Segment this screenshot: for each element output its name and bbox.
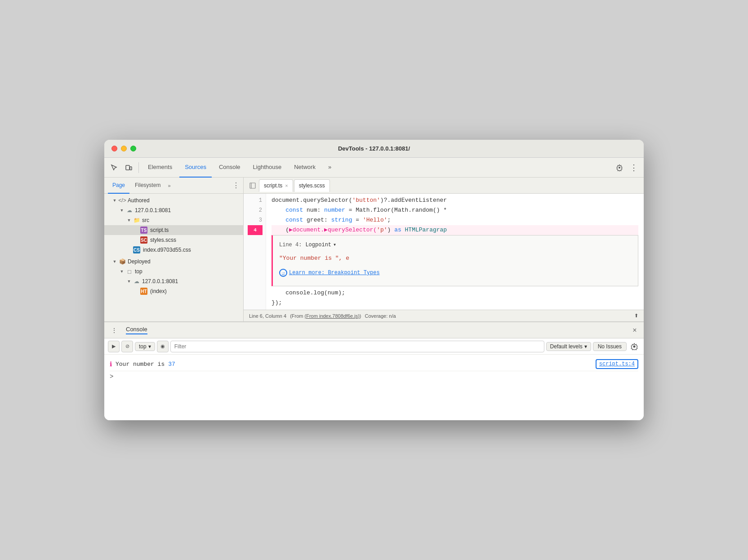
code-line-5-text: console.log(num); bbox=[272, 288, 345, 298]
breakpoint-marker: 4 bbox=[248, 225, 263, 235]
editor-sidebar-icon[interactable] bbox=[247, 180, 258, 191]
top-label: top bbox=[139, 343, 147, 350]
tab-filesystem[interactable]: Filesystem bbox=[130, 178, 165, 194]
arrow-server-authored: ▼ bbox=[119, 207, 125, 213]
editor-tab-styles-scss-label: styles.scss bbox=[299, 182, 325, 189]
cloud-icon-deployed: ☁ bbox=[133, 278, 140, 285]
status-coverage: Coverage: n/a bbox=[365, 313, 396, 319]
tree-script-ts-label: script.ts bbox=[150, 227, 169, 233]
more-button[interactable]: ⋮ bbox=[628, 161, 640, 174]
logpoint-dropdown[interactable]: Logpoint ▾ bbox=[305, 240, 336, 250]
default-levels-btn[interactable]: Default levels ▾ bbox=[546, 342, 591, 351]
tab-elements[interactable]: Elements bbox=[142, 158, 178, 178]
tree-server-authored[interactable]: ▼ ☁ 127.0.0.1:8081 bbox=[104, 205, 243, 215]
console-filter-input[interactable] bbox=[170, 341, 544, 352]
line-num-4[interactable]: 4 bbox=[247, 225, 262, 235]
arrow-top: ▼ bbox=[119, 268, 125, 275]
svg-point-5 bbox=[633, 345, 636, 347]
top-dropdown[interactable]: top ▾ bbox=[135, 342, 155, 351]
source-file-link[interactable]: (From index.7808df6e.js) bbox=[305, 313, 360, 319]
info-icon: → bbox=[279, 269, 287, 277]
tree-server-authored-label: 127.0.0.1:8081 bbox=[135, 207, 171, 213]
no-issues-label: No Issues bbox=[598, 343, 622, 350]
console-header: ⋮ Console × bbox=[104, 322, 644, 338]
tab-page[interactable]: Page bbox=[108, 178, 129, 194]
left-panel: Page Filesystem » ⋮ ▼ </> Authored ▼ bbox=[104, 178, 244, 321]
tree-server-deployed[interactable]: ▼ ☁ 127.0.0.1:8081 bbox=[104, 276, 243, 286]
right-panel: script.ts × styles.scss 1 2 3 bbox=[244, 178, 644, 321]
toolbar-divider-1 bbox=[138, 162, 139, 173]
panel-options[interactable]: ⋮ bbox=[232, 181, 240, 190]
scss-icon: SC bbox=[140, 236, 147, 244]
editor-tab-script-ts[interactable]: script.ts × bbox=[259, 179, 293, 192]
console-toolbar: ▶ ⊘ top ▾ ◉ Default levels ▾ No Issues bbox=[104, 338, 644, 355]
format-icon[interactable]: ⬆ bbox=[634, 313, 638, 319]
status-position: Line 6, Column 4 bbox=[249, 313, 286, 319]
console-gear-btn[interactable] bbox=[628, 341, 640, 352]
svg-rect-0 bbox=[126, 165, 129, 170]
traffic-lights bbox=[111, 146, 136, 151]
console-dots[interactable]: ⋮ bbox=[108, 324, 120, 337]
logpoint-line: Line 4: bbox=[279, 240, 302, 250]
block-icon: ⊘ bbox=[125, 343, 129, 349]
tree-src[interactable]: ▼ 📁 src bbox=[104, 215, 243, 225]
code-lines: 1 2 3 4 document. bbox=[244, 194, 644, 310]
tree-deployed[interactable]: ▼ 📦 Deployed bbox=[104, 257, 243, 267]
console-close-button[interactable]: × bbox=[629, 325, 640, 336]
code-line-6-text: }); bbox=[272, 298, 282, 308]
learn-more-link[interactable]: → Learn more: Breakpoint Types bbox=[279, 268, 632, 278]
console-execute-btn[interactable]: ▶ bbox=[108, 341, 120, 352]
settings-button[interactable] bbox=[613, 161, 626, 174]
log-text: Your number is bbox=[116, 361, 165, 368]
console-block-btn[interactable]: ⊘ bbox=[121, 341, 133, 352]
console-eye-btn[interactable]: ◉ bbox=[157, 341, 169, 352]
folder-outline-icon: □ bbox=[126, 268, 133, 275]
tree-index-label: (index) bbox=[150, 288, 167, 294]
tree-top[interactable]: ▼ □ top bbox=[104, 267, 243, 276]
tree-script-ts[interactable]: ▶ TS script.ts bbox=[104, 225, 243, 235]
editor-tab-styles-scss[interactable]: styles.scss bbox=[294, 179, 330, 192]
no-issues-btn[interactable]: No Issues bbox=[593, 342, 627, 351]
arrow-server-deployed: ▼ bbox=[126, 278, 132, 284]
logpoint-input[interactable]: "Your number is ", e bbox=[279, 253, 632, 263]
devtools-window: DevTools - 127.0.0.1:8081/ Elements Sour… bbox=[104, 140, 644, 420]
tree-src-label: src bbox=[142, 217, 149, 223]
close-button[interactable] bbox=[111, 146, 117, 151]
prompt-arrow: > bbox=[110, 373, 113, 380]
inspect-icon[interactable] bbox=[108, 161, 120, 174]
code-line-3-text: const greet: string = 'Hello'; bbox=[272, 215, 391, 225]
code-icon: </> bbox=[119, 197, 126, 204]
tab-network[interactable]: Network bbox=[289, 158, 321, 178]
chevron-down-icon: ▾ bbox=[333, 240, 336, 250]
maximize-button[interactable] bbox=[130, 146, 136, 151]
toolbar-right: ⋮ bbox=[613, 161, 640, 174]
code-line-3: const greet: string = 'Hello'; bbox=[272, 215, 638, 225]
tab-lighthouse[interactable]: Lighthouse bbox=[248, 158, 287, 178]
log-source[interactable]: script.ts:4 bbox=[596, 359, 638, 369]
console-panel: ⋮ Console × ▶ ⊘ top ▾ ◉ Default levels ▾ bbox=[104, 321, 644, 420]
eye-icon: ◉ bbox=[160, 343, 165, 349]
cloud-icon-authored: ☁ bbox=[126, 207, 133, 214]
editor-tabs: script.ts × styles.scss bbox=[244, 178, 644, 194]
code-content[interactable]: document.querySelector('button')?.addEve… bbox=[266, 194, 644, 310]
minimize-button[interactable] bbox=[121, 146, 127, 151]
console-prompt[interactable]: > bbox=[110, 371, 638, 382]
arrow-authored: ▼ bbox=[111, 197, 118, 204]
tree-index-css[interactable]: ▶ CS index.d9703d55.css bbox=[104, 245, 243, 255]
tree-styles-scss[interactable]: ▶ SC styles.scss bbox=[104, 235, 243, 245]
tab-console[interactable]: Console bbox=[214, 158, 246, 178]
editor-tab-close[interactable]: × bbox=[285, 183, 288, 188]
tree-index[interactable]: ▶ HT (index) bbox=[104, 286, 243, 296]
css-icon: CS bbox=[133, 246, 140, 253]
logpoint-type: Logpoint bbox=[305, 240, 331, 250]
logpoint-link-container: → Learn more: Breakpoint Types bbox=[279, 268, 632, 278]
device-icon[interactable] bbox=[122, 161, 135, 174]
tab-more-panel[interactable]: » bbox=[168, 183, 170, 188]
code-line-4: (▶document.▶querySelector('p') as HTMLPa… bbox=[272, 225, 638, 235]
tab-more[interactable]: » bbox=[323, 158, 337, 178]
arrow-src: ▼ bbox=[126, 217, 132, 223]
window-title: DevTools - 127.0.0.1:8081/ bbox=[338, 145, 410, 152]
tab-sources[interactable]: Sources bbox=[179, 158, 212, 178]
tree-authored[interactable]: ▼ </> Authored bbox=[104, 196, 243, 205]
code-line-4-text: (▶document.▶querySelector('p') as HTMLPa… bbox=[272, 225, 447, 235]
